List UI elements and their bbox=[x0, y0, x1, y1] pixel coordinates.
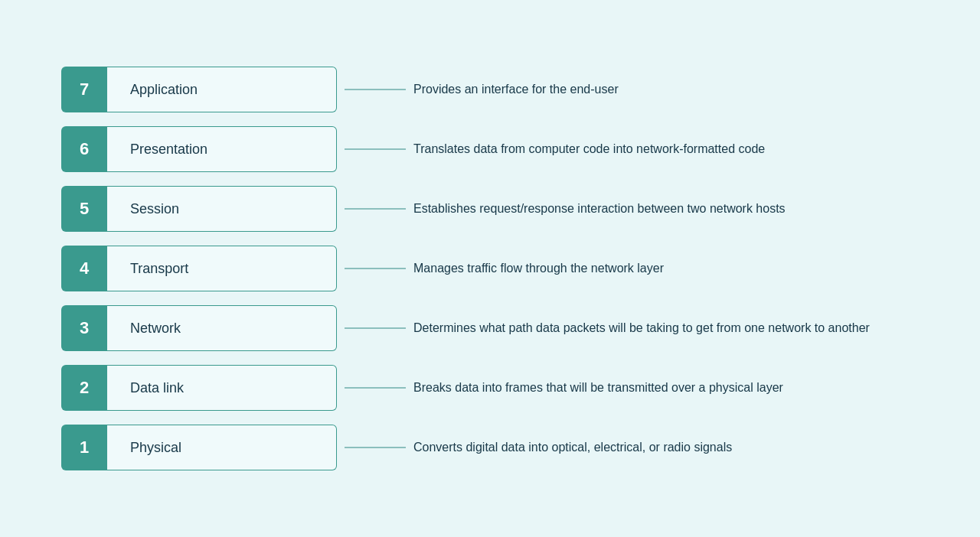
layer-name: Session bbox=[107, 186, 337, 232]
connector-line bbox=[345, 89, 406, 90]
layer-number: 4 bbox=[61, 246, 107, 291]
layer-number: 3 bbox=[61, 305, 107, 351]
connector-line bbox=[345, 387, 406, 389]
layer-description: Determines what path data packets will b… bbox=[413, 320, 919, 337]
layer-row: 7 Application Provides an interface for … bbox=[61, 67, 919, 112]
layer-description: Translates data from computer code into … bbox=[413, 141, 919, 158]
osi-model: 7 Application Provides an interface for … bbox=[61, 67, 919, 470]
layer-number: 6 bbox=[61, 126, 107, 172]
connector bbox=[337, 327, 413, 329]
layer-badge: 3 Network bbox=[61, 305, 337, 351]
layer-badge: 6 Presentation bbox=[61, 126, 337, 172]
connector bbox=[337, 148, 413, 150]
connector bbox=[337, 387, 413, 389]
layer-row: 6 Presentation Translates data from comp… bbox=[61, 126, 919, 172]
layer-badge: 2 Data link bbox=[61, 365, 337, 411]
layer-row: 5 Session Establishes request/response i… bbox=[61, 186, 919, 232]
connector-line bbox=[345, 268, 406, 269]
layer-badge: 7 Application bbox=[61, 67, 337, 112]
layer-name: Presentation bbox=[107, 126, 337, 172]
layer-row: 3 Network Determines what path data pack… bbox=[61, 305, 919, 351]
layer-row: 2 Data link Breaks data into frames that… bbox=[61, 365, 919, 411]
layer-description: Manages traffic flow through the network… bbox=[413, 260, 919, 277]
layer-name: Physical bbox=[107, 425, 337, 470]
layer-description: Establishes request/response interaction… bbox=[413, 200, 919, 217]
connector bbox=[337, 268, 413, 269]
connector bbox=[337, 447, 413, 448]
layer-number: 7 bbox=[61, 67, 107, 112]
connector bbox=[337, 208, 413, 210]
layer-number: 5 bbox=[61, 186, 107, 232]
layer-name: Transport bbox=[107, 246, 337, 291]
layer-number: 2 bbox=[61, 365, 107, 411]
connector bbox=[337, 89, 413, 90]
connector-line bbox=[345, 447, 406, 448]
connector-line bbox=[345, 148, 406, 150]
connector-line bbox=[345, 327, 406, 329]
layer-row: 4 Transport Manages traffic flow through… bbox=[61, 246, 919, 291]
layer-row: 1 Physical Converts digital data into op… bbox=[61, 425, 919, 470]
layer-badge: 4 Transport bbox=[61, 246, 337, 291]
connector-line bbox=[345, 208, 406, 210]
layer-description: Breaks data into frames that will be tra… bbox=[413, 379, 919, 396]
layer-badge: 5 Session bbox=[61, 186, 337, 232]
layer-name: Network bbox=[107, 305, 337, 351]
layer-name: Application bbox=[107, 67, 337, 112]
layer-description: Provides an interface for the end-user bbox=[413, 81, 919, 98]
layer-name: Data link bbox=[107, 365, 337, 411]
layer-badge: 1 Physical bbox=[61, 425, 337, 470]
layer-number: 1 bbox=[61, 425, 107, 470]
layer-description: Converts digital data into optical, elec… bbox=[413, 439, 919, 456]
